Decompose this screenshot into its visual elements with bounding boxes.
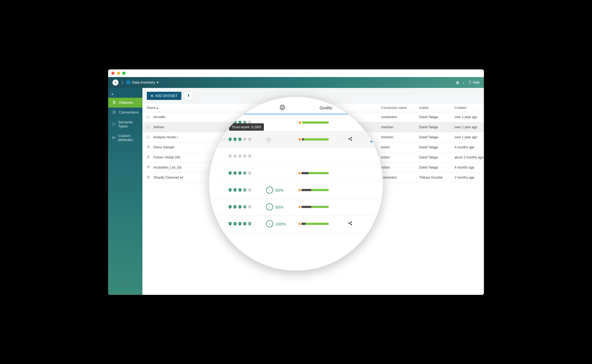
magnifier-row[interactable]: ⋮ – 50%	[209, 199, 383, 216]
shield-icon	[238, 188, 242, 192]
shield-icon	[248, 137, 252, 142]
sidebar: « 🗄 Datasets ☰ Connections ▢ Semantic Ty…	[108, 88, 142, 295]
window-close-icon[interactable]	[111, 72, 115, 75]
row-author: David Talaga	[419, 115, 454, 119]
row-created: over 1 year ago	[454, 135, 484, 139]
clock-icon: ◷	[266, 136, 271, 142]
row-author: David Talaga	[419, 166, 454, 169]
column-name[interactable]: Name ▴	[147, 106, 223, 110]
shield-icon	[233, 204, 237, 209]
trust-shields	[228, 221, 266, 226]
row-name: Analysis results i	[153, 135, 178, 139]
dataset-row-icon: 🖹	[147, 145, 151, 149]
window-minimize-icon[interactable]	[117, 72, 120, 75]
shield-icon	[248, 188, 252, 192]
row-created: over 1 year ago	[454, 125, 484, 129]
shield-icon	[248, 154, 252, 159]
shield-icon	[238, 221, 242, 226]
row-created: about 2 months ago	[454, 155, 484, 159]
shield-icon	[233, 154, 237, 159]
titlebar	[108, 69, 484, 77]
row-connection: nnection	[381, 135, 419, 139]
window-maximize-icon[interactable]	[122, 72, 126, 75]
logo-icon[interactable]: t	[112, 79, 118, 85]
dataset-row-icon: 🖹	[147, 165, 151, 170]
upload-button[interactable]: ⬆	[184, 91, 193, 100]
apps-icon[interactable]: ◧	[456, 81, 459, 84]
magnifier-row[interactable]: ⋮ ⌣ 100%	[209, 216, 383, 233]
trust-shields	[228, 188, 266, 192]
row-name: Incubation_List_Da	[153, 166, 181, 169]
shield-icon	[243, 204, 247, 209]
row-name: Airlines	[153, 125, 164, 129]
share-icon[interactable]	[348, 137, 353, 142]
row-connection: nnection	[381, 125, 419, 129]
sidebar-item-label: Custom attributes	[118, 134, 139, 142]
dataset-row-icon: ▢	[147, 115, 151, 119]
row-name: Shopify Cleansed w/	[153, 176, 183, 179]
svg-line-17	[349, 223, 351, 224]
dataset-row-icon: ▢	[147, 135, 151, 139]
magnifier-row[interactable]: ⋮	[209, 165, 383, 182]
dataset-row-icon: ▢	[147, 125, 151, 129]
sidebar-item-custom-attributes[interactable]: 🏷 Custom attributes	[108, 131, 142, 145]
row-connection: ection	[381, 145, 419, 149]
shield-icon	[248, 204, 252, 209]
magnifier-row[interactable]: ⋮ ◷ 👤	[209, 131, 383, 148]
sidebar-item-label: Connections	[119, 110, 139, 114]
magnifier-row[interactable]: ⋮	[209, 148, 383, 165]
shield-icon	[233, 171, 237, 176]
sidebar-item-datasets[interactable]: 🗄 Datasets	[108, 98, 142, 108]
happy-face-icon: ⌣	[266, 220, 273, 227]
row-created: 2 months ago	[454, 176, 484, 179]
quality-bar	[299, 121, 329, 124]
add-dataset-button[interactable]: ⊕ ADD DATASET	[147, 92, 181, 100]
app-window: t | 🌐 Data Inventory ▾ ◧ | ❔ Help « 🗄 Da…	[108, 69, 484, 295]
trust-shields	[228, 154, 266, 159]
row-created: 4 months ago	[454, 166, 484, 169]
sidebar-item-semantic-types[interactable]: ▢ Semantic Types	[108, 117, 142, 131]
row-connection: connection	[381, 115, 419, 119]
svg-line-16	[349, 222, 351, 223]
row-name: Aircrafts	[153, 115, 165, 119]
shield-icon	[243, 188, 247, 192]
sidebar-item-label: Semantic Types	[118, 120, 139, 128]
usage-header-icon	[279, 104, 285, 111]
quality-bar	[299, 223, 329, 225]
row-author: David Talaga	[419, 155, 454, 159]
sidebar-item-connections[interactable]: ☰ Connections	[108, 108, 142, 117]
dataset-row-icon: 🖹	[147, 175, 151, 180]
row-connection: ection	[381, 166, 419, 169]
row-author: David Talaga	[419, 135, 454, 139]
shield-icon	[248, 171, 252, 176]
shield-icon	[238, 171, 242, 176]
sidebar-collapse-button[interactable]: «	[108, 90, 142, 98]
chevron-down-icon: ▾	[157, 80, 159, 84]
usage-value: 50%	[275, 205, 283, 209]
usage-value: 50%	[275, 188, 283, 192]
upload-icon: ⬆	[187, 94, 190, 98]
column-author[interactable]: Author	[419, 106, 454, 110]
row-author: Thibaut Gourdel	[419, 176, 454, 179]
shield-icon	[228, 188, 232, 192]
help-link[interactable]: ❔ Help	[468, 81, 480, 84]
row-connection: connection	[381, 176, 419, 179]
semantic-type-icon: ▢	[112, 122, 115, 126]
dataset-icon: 🗄	[112, 100, 116, 105]
quality-header-label: Quality	[320, 105, 332, 110]
quality-bar	[299, 138, 329, 140]
shield-icon	[233, 221, 237, 226]
globe-icon: 🌐	[126, 80, 130, 84]
magnifier-row[interactable]: ⋮ – 50%	[209, 182, 383, 199]
breadcrumb[interactable]: 🌐 Data Inventory ▾	[126, 80, 159, 84]
svg-line-11	[349, 138, 351, 139]
share-icon[interactable]	[348, 221, 353, 227]
row-connection: ection	[381, 155, 419, 159]
column-created[interactable]: Created	[454, 106, 484, 110]
shield-icon	[228, 137, 232, 142]
usage-cell: ⌣ 100%	[266, 220, 299, 227]
shield-icon	[233, 188, 237, 192]
trust-shields	[228, 204, 266, 209]
row-name: Demo Sample	[153, 145, 174, 149]
column-connection[interactable]: Connection name	[381, 106, 419, 110]
